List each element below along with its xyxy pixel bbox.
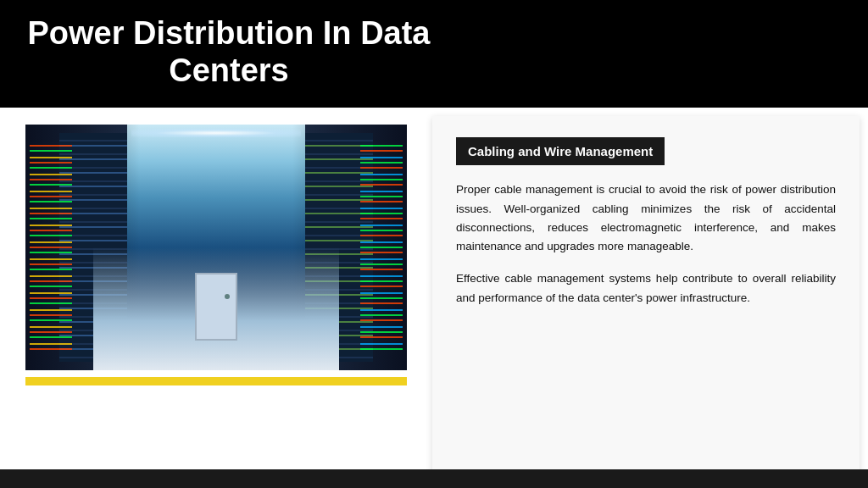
slide: Power Distribution In Data Centers Cabli… <box>0 0 868 488</box>
body-paragraph-2: Effective cable management systems help … <box>456 269 836 308</box>
main-content: Cabling and Wire Management Proper cable… <box>0 108 868 488</box>
bottom-bar <box>0 469 868 488</box>
led-indicators-right <box>360 141 403 353</box>
slide-title: Power Distribution In Data Centers <box>25 15 432 89</box>
ceiling-light <box>131 129 301 137</box>
led-indicators-left <box>30 141 72 353</box>
yellow-accent-bar <box>25 377 407 385</box>
corridor-bg <box>25 125 407 370</box>
body-paragraph-1: Proper cable management is crucial to av… <box>456 180 836 256</box>
section-heading: Cabling and Wire Management <box>456 137 665 165</box>
header-bar: Power Distribution In Data Centers <box>0 0 868 108</box>
corridor-door <box>195 273 237 341</box>
right-panel: Cabling and Wire Management Proper cable… <box>432 116 860 480</box>
left-panel <box>0 108 432 488</box>
data-center-image <box>25 125 407 370</box>
